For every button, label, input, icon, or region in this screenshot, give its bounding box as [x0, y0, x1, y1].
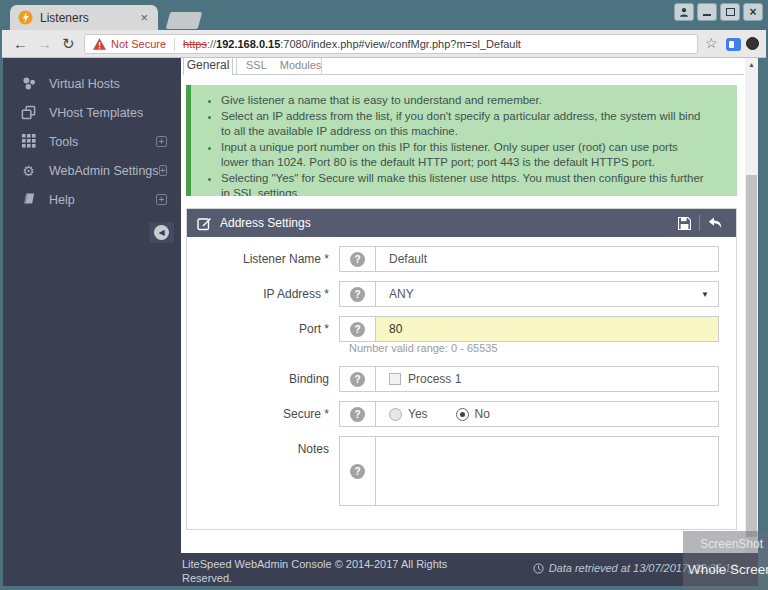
- header-divider: [699, 215, 700, 231]
- refresh-button[interactable]: ↻: [62, 35, 75, 53]
- save-button[interactable]: [673, 213, 695, 233]
- copyright-text: LiteSpeed WebAdmin Console © 2014-2017 A…: [182, 557, 482, 585]
- page-scrollbar[interactable]: ▲ ▼: [745, 58, 758, 586]
- sidebar-item-label: Tools: [49, 135, 156, 149]
- listener-name-input[interactable]: Default: [376, 247, 718, 271]
- expand-icon[interactable]: +: [156, 136, 167, 147]
- help-icon[interactable]: ?: [350, 252, 365, 267]
- close-button[interactable]: ×: [743, 3, 763, 21]
- url-separator: ://: [207, 38, 216, 50]
- field-box: ? 80: [339, 316, 719, 342]
- panel-body: Listener Name * ? Default IP Address * ?…: [187, 237, 736, 506]
- field-label: IP Address *: [187, 281, 339, 307]
- config-tabs: General SSL Modules: [183, 58, 744, 75]
- tab-modules[interactable]: Modules: [280, 58, 322, 74]
- sidebar-item-label: Help: [49, 193, 156, 207]
- scroll-up-icon[interactable]: ▲: [745, 61, 758, 68]
- screenshot-title: ScreenShot: [700, 537, 763, 551]
- ip-address-value: ANY: [389, 287, 414, 301]
- maximize-button[interactable]: [720, 3, 740, 21]
- clock-icon: [533, 563, 544, 574]
- sidebar-collapse-button[interactable]: ◀: [149, 222, 174, 243]
- url-path: :7080/index.php#view/confMgr.php?m=sl_De…: [280, 38, 521, 50]
- address-settings-panel: Address Settings Listener Name * ?: [186, 208, 737, 530]
- help-icon[interactable]: ?: [350, 407, 365, 422]
- field-row-notes: Notes ?: [187, 436, 736, 506]
- undo-button[interactable]: [704, 213, 726, 233]
- whole-screen-option[interactable]: Whole Screen: [688, 562, 768, 577]
- expand-icon[interactable]: +: [156, 194, 167, 205]
- field-label: Secure *: [187, 401, 339, 427]
- undo-arrow-icon: [708, 217, 722, 229]
- back-button[interactable]: ←: [13, 35, 28, 53]
- info-bullet: Select an IP address from the list, if y…: [221, 109, 707, 140]
- help-icon[interactable]: ?: [350, 287, 365, 302]
- save-floppy-icon: [678, 217, 691, 230]
- port-helper-text: Number valid range: 0 - 65535: [349, 342, 736, 354]
- radio-yes[interactable]: [389, 408, 402, 421]
- browser-menu-icon[interactable]: ⋮: [762, 35, 768, 51]
- window-controls: ×: [674, 3, 763, 21]
- minimize-button[interactable]: [697, 3, 717, 21]
- sidebar-item-label: Virtual Hosts: [49, 77, 167, 91]
- titlebar: Listeners × ×: [0, 0, 768, 30]
- field-row-secure: Secure * ? Yes No: [187, 401, 736, 427]
- help-icon[interactable]: ?: [350, 322, 365, 337]
- help-icon[interactable]: ?: [350, 372, 365, 387]
- help-cell: ?: [340, 367, 376, 391]
- extension-globe-icon[interactable]: [746, 37, 759, 50]
- tab-general[interactable]: General: [183, 58, 233, 75]
- sidebar-item-vhost-templates[interactable]: VHost Templates: [3, 98, 181, 127]
- new-tab-button[interactable]: [166, 12, 203, 29]
- page-footer: LiteSpeed WebAdmin Console © 2014-2017 A…: [3, 553, 758, 586]
- field-label: Listener Name *: [187, 246, 339, 272]
- sidebar-item-label: VHost Templates: [49, 106, 167, 120]
- vhost-templates-icon: [20, 105, 37, 121]
- warning-icon: [93, 38, 106, 50]
- chevron-down-icon: ▼: [701, 290, 718, 299]
- sidebar-item-tools[interactable]: Tools +: [3, 127, 181, 156]
- field-box: ? Process 1: [339, 366, 719, 392]
- extension-icon[interactable]: [726, 38, 741, 51]
- url-bar[interactable]: Not Secure https://192.168.0.15:7080/ind…: [84, 34, 698, 54]
- sidebar-item-webadmin-settings[interactable]: ⚙ WebAdmin Settings +: [3, 156, 181, 185]
- sidebar-item-help[interactable]: Help +: [3, 185, 181, 214]
- info-bullet: Give listener a name that is easy to und…: [221, 93, 707, 109]
- help-icon[interactable]: ?: [350, 464, 365, 479]
- tab-close-icon[interactable]: ×: [138, 10, 150, 25]
- binding-field: Process 1: [376, 367, 718, 391]
- forward-button[interactable]: →: [37, 35, 52, 53]
- browser-window: Listeners × × ← → ↻ Not Se: [0, 0, 768, 590]
- tab-ssl[interactable]: SSL: [246, 58, 267, 74]
- field-box: ? Yes No: [339, 401, 719, 427]
- notes-textarea[interactable]: [376, 437, 718, 505]
- gear-icon: ⚙: [20, 163, 37, 179]
- info-bullet: Selecting "Yes" for Secure will make thi…: [221, 171, 707, 197]
- bookmark-star-icon[interactable]: ☆: [705, 35, 718, 51]
- panel-title: Address Settings: [220, 216, 673, 230]
- minimize-icon: [703, 14, 711, 16]
- maximize-icon: [726, 8, 735, 16]
- info-box: Give listener a name that is easy to und…: [186, 85, 737, 196]
- field-row-listener-name: Listener Name * ? Default: [187, 246, 736, 272]
- ip-address-select[interactable]: ANY ▼: [376, 282, 718, 306]
- sidebar: Virtual Hosts VHost Templates Tools + ⚙ …: [3, 58, 181, 553]
- url-divider: [174, 38, 175, 51]
- help-cell: ?: [340, 282, 376, 306]
- virtual-hosts-icon: [20, 76, 37, 92]
- field-label: Binding: [187, 366, 339, 392]
- radio-no[interactable]: [456, 408, 469, 421]
- port-input[interactable]: 80: [376, 317, 718, 341]
- url-text: https://192.168.0.15:7080/index.php#view…: [183, 38, 521, 50]
- window-profile-button[interactable]: [674, 3, 694, 21]
- url-host: 192.168.0.15: [216, 38, 280, 50]
- help-book-icon: [20, 192, 37, 208]
- field-box: ? ANY ▼: [339, 281, 719, 307]
- browser-tab[interactable]: Listeners ×: [10, 5, 158, 30]
- scrollbar-thumb[interactable]: [746, 175, 757, 537]
- sidebar-item-virtual-hosts[interactable]: Virtual Hosts: [3, 69, 181, 98]
- process-checkbox[interactable]: [389, 373, 401, 385]
- expand-icon[interactable]: +: [159, 165, 167, 176]
- screenshot-overlay: ScreenShot Whole Screen: [683, 531, 768, 590]
- not-secure-label: Not Secure: [111, 38, 166, 50]
